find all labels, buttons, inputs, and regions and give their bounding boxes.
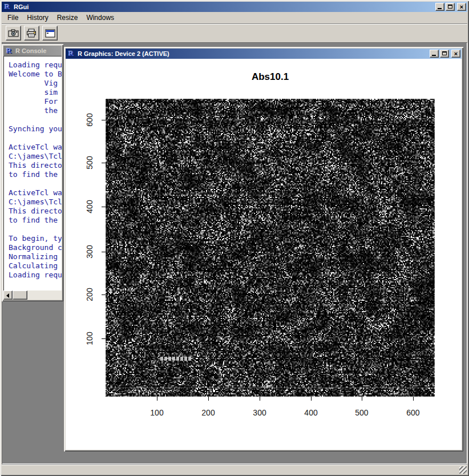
console-line: to find the [9, 170, 62, 179]
print-button[interactable] [24, 26, 39, 41]
x-tick [311, 397, 312, 401]
console-window: R R Console Loading requWelcome to B Vig… [2, 44, 63, 301]
r-logo-icon: R [5, 47, 14, 55]
maximize-icon [448, 5, 452, 9]
y-tick-label: 400 [85, 196, 94, 217]
graphics-window: R R Graphics: Device 2 (ACTIVE) × Abs10.… [64, 47, 463, 451]
maximize-icon [442, 51, 447, 55]
console-line: Loading requ [9, 60, 62, 70]
console-line: to find the [9, 216, 62, 225]
menu-resize[interactable]: Resize [54, 13, 83, 23]
camera-icon [8, 29, 19, 37]
x-tick [362, 397, 362, 401]
x-axis: 100200300400500600 [106, 397, 435, 419]
close-button[interactable]: × [457, 3, 466, 11]
console-line: the [9, 106, 62, 115]
y-tick [102, 120, 106, 120]
console-line: To begin, ty [9, 234, 62, 243]
console-line: ActiveTcl wa [9, 143, 62, 152]
plot-title: Abs10.1 [106, 71, 435, 83]
y-tick-label: 600 [85, 109, 94, 131]
x-tick [260, 397, 260, 401]
rgui-window: R RGui × FileHistoryResizeWindows [0, 0, 469, 476]
console-line: Background c [9, 243, 62, 252]
chip-image [106, 99, 435, 397]
menu-bar: FileHistoryResizeWindows [2, 12, 467, 23]
console-hscrollbar [3, 291, 62, 300]
console-line: C:\james\Tcl [9, 152, 62, 161]
x-tick [208, 397, 209, 401]
r-logo-icon: R [3, 3, 12, 11]
x-tick [157, 397, 157, 401]
printer-icon [26, 29, 37, 38]
maximize-button[interactable] [446, 3, 455, 11]
console-title: R Console [15, 47, 60, 54]
y-tick [102, 163, 106, 163]
main-titlebar[interactable]: R RGui × [2, 2, 467, 12]
y-tick-label: 300 [85, 241, 94, 263]
app-title: RGui [14, 3, 435, 10]
focus-console-button[interactable] [42, 26, 58, 41]
graphics-titlebar[interactable]: R R Graphics: Device 2 (ACTIVE) × [66, 49, 462, 59]
console-line: This directo [9, 161, 62, 170]
plot-area: Abs10.1 100200300400500600 6005004003002… [66, 59, 462, 450]
arrow-left-icon [6, 293, 9, 298]
x-tick [413, 397, 414, 401]
r-logo-icon: R [67, 50, 76, 58]
y-tick-label: 500 [85, 152, 94, 174]
menu-file[interactable]: File [4, 13, 23, 23]
y-axis: 600500400300200100 [83, 99, 106, 397]
graphics-maximize-button[interactable] [440, 50, 449, 58]
console-line: sim [9, 88, 62, 97]
console-line: Synching you [9, 124, 62, 134]
y-tick [102, 207, 106, 207]
close-icon: × [452, 50, 460, 58]
console-line: Normalizing [9, 252, 62, 261]
y-tick-label: 200 [85, 284, 94, 305]
minimize-icon [432, 55, 436, 56]
console-line: This directo [9, 207, 62, 216]
console-line: Welcome to B [9, 70, 62, 79]
copy-to-clipboard-button[interactable] [6, 26, 21, 41]
console-line: ActiveTcl wa [9, 188, 62, 197]
minimize-button[interactable] [435, 3, 444, 11]
graphics-close-button[interactable]: × [451, 50, 460, 58]
console-line [9, 134, 62, 143]
console-line [9, 179, 62, 188]
console-text[interactable]: Loading requWelcome to B Vig sim For the… [3, 56, 62, 291]
console-line: Calculating [9, 261, 62, 271]
x-tick-label: 100 [150, 408, 163, 417]
mdi-area: R R Console Loading requWelcome to B Vig… [2, 42, 467, 464]
console-line [9, 115, 62, 124]
status-bar [2, 464, 467, 474]
graphics-title: R Graphics: Device 2 (ACTIVE) [78, 50, 430, 57]
resize-grip[interactable] [459, 466, 467, 474]
y-tick [102, 252, 106, 252]
toolbar [2, 23, 467, 42]
menu-history[interactable]: History [23, 13, 53, 23]
window-icon [45, 29, 55, 38]
x-tick-label: 400 [304, 408, 317, 417]
minimize-icon [438, 8, 442, 9]
x-tick-label: 600 [406, 408, 419, 417]
y-tick [102, 338, 106, 339]
console-line: Loading requ [9, 271, 62, 280]
x-tick-label: 200 [201, 408, 215, 417]
y-tick-label: 100 [85, 328, 94, 349]
x-tick-label: 300 [253, 408, 266, 417]
scrollbar-thumb[interactable] [13, 291, 27, 300]
scrollbar-track[interactable] [27, 291, 62, 300]
close-icon: × [458, 3, 466, 11]
x-tick-label: 500 [355, 408, 368, 417]
console-line: Vig [9, 79, 62, 88]
console-line [9, 225, 62, 234]
graphics-minimize-button[interactable] [430, 50, 439, 58]
menu-windows[interactable]: Windows [83, 13, 119, 23]
console-line: C:\james\Tcl [9, 197, 62, 207]
console-titlebar[interactable]: R R Console [3, 46, 62, 56]
y-tick [102, 295, 106, 295]
scroll-left-button[interactable] [3, 291, 13, 300]
console-line: For [9, 97, 62, 106]
